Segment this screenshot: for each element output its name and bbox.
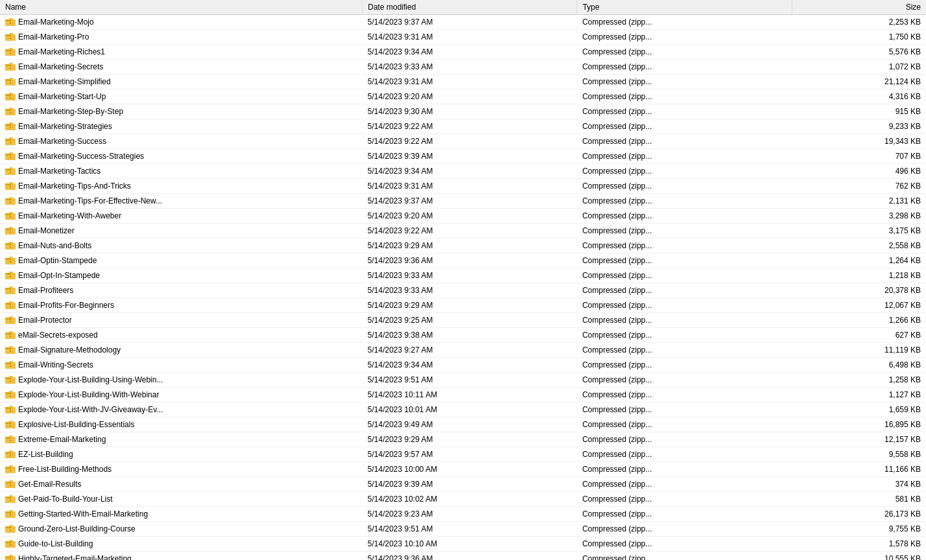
svg-rect-25	[10, 67, 11, 69]
file-type-cell: Compressed (zipp...	[577, 239, 792, 253]
svg-rect-246	[5, 541, 10, 543]
svg-rect-3	[10, 20, 11, 21]
table-row[interactable]: Free-List-Building-Methods5/14/2023 10:0…	[0, 462, 926, 477]
table-row[interactable]: Email-Marketing-Tactics5/14/2023 9:34 AM…	[0, 164, 926, 179]
file-name-cell: Email-Profits-For-Beginners	[0, 298, 362, 313]
table-row[interactable]: Email-Marketing-Tips-For-Effective-New..…	[0, 194, 926, 209]
table-row[interactable]: Email-Marketing-Success5/14/2023 9:22 AM…	[0, 134, 926, 149]
file-name-text: Email-Marketing-Success-Strategies	[18, 152, 144, 161]
table-row[interactable]: Email-Optin-Stampede5/14/2023 9:36 AMCom…	[0, 253, 926, 268]
svg-rect-43	[5, 109, 10, 111]
svg-rect-108	[10, 244, 11, 245]
file-name-cell: Email-Protector	[0, 313, 362, 328]
zip-icon	[5, 479, 16, 489]
table-row[interactable]: Email-Nuts-and-Bolts5/14/2023 9:29 AMCom…	[0, 239, 926, 253]
svg-rect-201	[10, 439, 11, 440]
file-table: Name Date modified Type Size	[0, 0, 926, 560]
file-type-cell: Compressed (zipp...	[577, 75, 792, 89]
table-row[interactable]: Explosive-List-Building-Essentials5/14/2…	[0, 417, 926, 432]
svg-rect-193	[10, 425, 11, 426]
table-row[interactable]: Getting-Started-With-Email-Marketing5/14…	[0, 507, 926, 522]
table-row[interactable]: Guide-to-List-Building5/14/2023 10:10 AM…	[0, 537, 926, 552]
file-name-text: Email-Profits-For-Beginners	[18, 301, 114, 310]
table-row[interactable]: EZ-List-Building5/14/2023 9:57 AMCompres…	[0, 447, 926, 462]
table-row[interactable]: Email-Marketing-With-Aweber5/14/2023 9:2…	[0, 209, 926, 224]
svg-rect-27	[10, 69, 11, 70]
file-name-text: Email-Marketing-Start-Up	[18, 92, 106, 101]
svg-rect-249	[10, 544, 11, 546]
file-size-cell: 3,298 KB	[792, 209, 926, 224]
table-row[interactable]: Email-Profits-For-Beginners5/14/2023 9:2…	[0, 298, 926, 313]
file-list-container[interactable]: Name Date modified Type Size	[0, 0, 926, 560]
table-row[interactable]: Email-Marketing-Strategies5/14/2023 9:22…	[0, 119, 926, 134]
file-type-cell: Compressed (zipp...	[577, 104, 792, 119]
svg-rect-198	[9, 436, 13, 438]
table-row[interactable]: Get-Email-Results5/14/2023 9:39 AMCompre…	[0, 477, 926, 492]
file-size-cell: 12,157 KB	[792, 432, 926, 447]
file-size-cell: 4,316 KB	[792, 89, 926, 104]
table-row[interactable]: Ground-Zero-List-Building-Course5/14/202…	[0, 522, 926, 537]
file-size-cell: 762 KB	[792, 179, 926, 194]
zip-icon	[5, 464, 16, 474]
file-size-cell: 3,175 KB	[792, 224, 926, 239]
svg-rect-200	[10, 440, 11, 441]
table-row[interactable]: Email-Marketing-Riches15/14/2023 9:34 AM…	[0, 45, 926, 60]
svg-rect-50	[5, 124, 10, 126]
table-row[interactable]: Explode-Your-List-Building-Using-Webin..…	[0, 373, 926, 388]
table-row[interactable]: Email-Protector5/14/2023 9:25 AMCompress…	[0, 313, 926, 328]
table-row[interactable]: Email-Writing-Secrets5/14/2023 9:34 AMCo…	[0, 358, 926, 373]
file-date-cell: 5/14/2023 9:29 AM	[362, 432, 577, 447]
svg-rect-30	[9, 78, 13, 80]
table-row[interactable]: Email-Marketing-Start-Up5/14/2023 9:20 A…	[0, 89, 926, 104]
file-size-cell: 627 KB	[792, 328, 926, 343]
file-date-cell: 5/14/2023 9:34 AM	[362, 164, 577, 179]
svg-rect-247	[9, 540, 13, 542]
table-row[interactable]: Email-Marketing-Secrets5/14/2023 9:33 AM…	[0, 60, 926, 75]
table-row[interactable]: Email-Marketing-Step-By-Step5/14/2023 9:…	[0, 104, 926, 119]
file-name-text: Email-Monetizer	[18, 226, 75, 235]
file-type-cell: Compressed (zipp...	[577, 432, 792, 447]
svg-rect-33	[10, 81, 11, 82]
svg-rect-32	[10, 82, 11, 84]
file-date-cell: 5/14/2023 9:29 AM	[362, 239, 577, 253]
file-type-cell: Compressed (zipp...	[577, 268, 792, 283]
svg-rect-181	[10, 397, 11, 398]
column-header-date[interactable]: Date modified	[362, 0, 577, 15]
column-header-size[interactable]: Size	[792, 0, 926, 15]
file-name-cell: Explode-Your-List-Building-Using-Webin..…	[0, 373, 362, 388]
zip-icon	[5, 285, 16, 296]
table-row[interactable]: Email-Monetizer5/14/2023 9:22 AMCompress…	[0, 224, 926, 239]
svg-rect-5	[10, 21, 11, 23]
table-row[interactable]: Email-Marketing-Success-Strategies5/14/2…	[0, 149, 926, 164]
file-type-cell: Compressed (zipp...	[577, 298, 792, 313]
svg-rect-183	[5, 407, 10, 409]
file-type-cell: Compressed (zipp...	[577, 388, 792, 402]
table-row[interactable]: Highly-Targeted-Email-Marketing5/14/2023…	[0, 552, 926, 561]
file-name-text: Email-Marketing-Pro	[18, 32, 89, 41]
svg-rect-195	[10, 426, 11, 428]
svg-rect-99	[5, 228, 10, 230]
table-row[interactable]: eMail-Secrets-exposed5/14/2023 9:38 AMCo…	[0, 328, 926, 343]
zip-icon	[5, 494, 16, 504]
svg-rect-176	[5, 392, 10, 394]
table-row[interactable]: Email-Marketing-Simplified5/14/2023 9:31…	[0, 75, 926, 89]
column-header-name[interactable]: Name	[0, 0, 362, 15]
table-row[interactable]: Email-Marketing-Mojo5/14/2023 9:37 AMCom…	[0, 15, 926, 30]
table-row[interactable]: Extreme-Email-Marketing5/14/2023 9:29 AM…	[0, 432, 926, 447]
table-row[interactable]: Email-Marketing-Tips-And-Tricks5/14/2023…	[0, 179, 926, 194]
svg-rect-117	[10, 260, 11, 261]
file-size-cell: 1,127 KB	[792, 388, 926, 402]
table-row[interactable]: Get-Paid-To-Build-Your-List5/14/2023 10:…	[0, 492, 926, 507]
svg-rect-15	[5, 49, 10, 51]
table-row[interactable]: Explode-Your-List-With-JV-Giveaway-Ev...…	[0, 402, 926, 417]
table-row[interactable]: Email-Marketing-Pro5/14/2023 9:31 AMComp…	[0, 30, 926, 45]
table-row[interactable]: Explode-Your-List-Building-With-Webinar5…	[0, 388, 926, 402]
file-type-cell: Compressed (zipp...	[577, 119, 792, 134]
svg-rect-55	[10, 128, 11, 130]
svg-rect-250	[10, 543, 11, 544]
table-row[interactable]: Email-Opt-In-Stampede5/14/2023 9:33 AMCo…	[0, 268, 926, 283]
svg-rect-116	[10, 261, 11, 262]
column-header-type[interactable]: Type	[577, 0, 792, 15]
table-row[interactable]: Email-Profiteers5/14/2023 9:33 AMCompres…	[0, 283, 926, 298]
table-row[interactable]: Email-Signature-Methodology5/14/2023 9:2…	[0, 343, 926, 358]
